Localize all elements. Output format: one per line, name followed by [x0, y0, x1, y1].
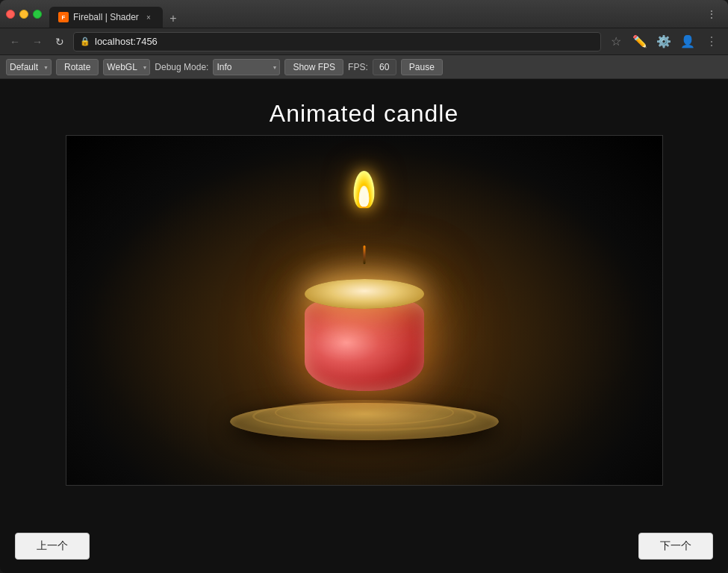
profile-button[interactable]: 👤 [677, 31, 698, 52]
default-select-wrapper: Default [6, 59, 52, 75]
content-area: Animated candle [0, 79, 728, 573]
flame-inner [359, 186, 370, 207]
browser-tab[interactable]: F Fireball | Shader × [49, 7, 163, 28]
fps-value-display: 60 [373, 59, 396, 75]
browser-window: F Fireball | Shader × + ⋮ ← → ↻ 🔒 localh… [0, 0, 728, 573]
candle-top [305, 279, 424, 309]
debug-mode-select[interactable]: Info [213, 59, 280, 75]
url-bar[interactable]: 🔒 localhost:7456 [73, 32, 601, 51]
tab-bar: F Fireball | Shader × + [49, 0, 701, 28]
reload-button[interactable]: ↻ [51, 33, 69, 51]
debug-mode-select-wrapper: Info [213, 59, 280, 75]
pause-button[interactable]: Pause [401, 59, 443, 75]
extensions-button[interactable]: ⚙️ [653, 31, 674, 52]
forward-button[interactable]: → [28, 33, 46, 51]
address-bar: ← → ↻ 🔒 localhost:7456 ☆ ✏️ ⚙️ 👤 ⋮ [0, 28, 728, 55]
candle-wick [363, 245, 365, 264]
tab-favicon: F [58, 12, 69, 22]
candle-group [305, 300, 424, 419]
webgl-canvas[interactable] [66, 135, 663, 486]
prev-button[interactable]: 上一个 [15, 533, 90, 560]
candle-body [305, 294, 424, 391]
new-tab-button[interactable]: + [164, 10, 182, 28]
minimize-window-button[interactable] [19, 10, 28, 19]
back-button[interactable]: ← [6, 33, 24, 51]
debug-mode-label: Debug Mode: [155, 62, 208, 72]
candle-flame [353, 167, 376, 208]
close-window-button[interactable] [6, 10, 15, 19]
tab-title: Fireball | Shader [73, 12, 139, 22]
bottom-navigation: 上一个 下一个 [0, 533, 728, 560]
url-security-icon: 🔒 [80, 37, 90, 46]
flame-outer [354, 171, 375, 208]
url-text: localhost:7456 [95, 36, 158, 47]
scene-title: Animated candle [270, 100, 458, 128]
browser-menu-button[interactable]: ⋮ [701, 4, 722, 25]
toolbar: Default Rotate WebGL Debug Mode: Info Sh… [0, 55, 728, 79]
default-select[interactable]: Default [6, 59, 52, 75]
traffic-lights [6, 10, 42, 19]
maximize-window-button[interactable] [33, 10, 42, 19]
bookmark-button[interactable]: ☆ [606, 31, 626, 52]
fps-label: FPS: [348, 62, 368, 72]
webgl-select-wrapper: WebGL [103, 59, 150, 75]
show-fps-button[interactable]: Show FPS [284, 59, 343, 75]
pen-tool-button[interactable]: ✏️ [629, 31, 650, 52]
rotate-button[interactable]: Rotate [56, 59, 99, 75]
address-actions: ☆ ✏️ ⚙️ 👤 ⋮ [606, 31, 722, 52]
next-button[interactable]: 下一个 [638, 533, 713, 560]
title-bar: F Fireball | Shader × + ⋮ [0, 0, 728, 28]
browser-menu-dots[interactable]: ⋮ [701, 31, 722, 52]
tab-close-button[interactable]: × [143, 12, 154, 22]
webgl-select[interactable]: WebGL [103, 59, 150, 75]
